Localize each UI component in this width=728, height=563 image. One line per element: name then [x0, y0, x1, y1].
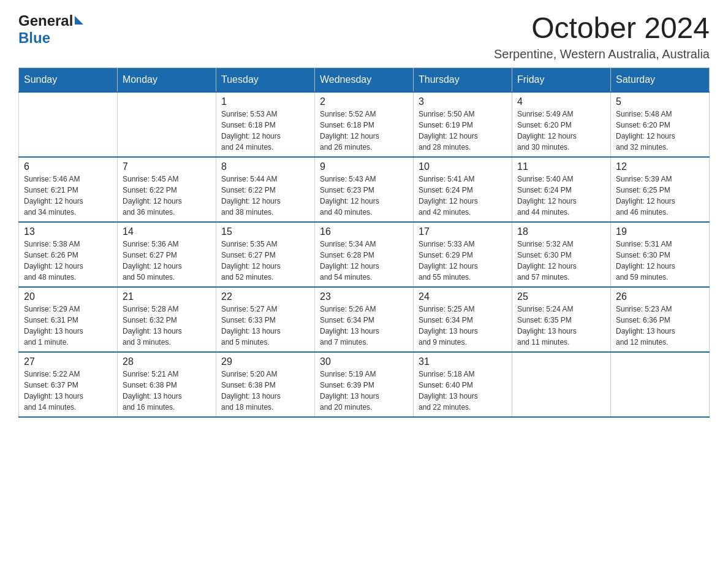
day-number: 2	[320, 96, 408, 107]
logo: General Blue	[18, 12, 83, 47]
day-number: 27	[24, 356, 112, 367]
calendar-table: SundayMondayTuesdayWednesdayThursdayFrid…	[18, 67, 710, 418]
calendar-cell: 25Sunrise: 5:24 AM Sunset: 6:35 PM Dayli…	[512, 287, 611, 352]
day-info: Sunrise: 5:22 AM Sunset: 6:37 PM Dayligh…	[24, 369, 112, 413]
day-info: Sunrise: 5:46 AM Sunset: 6:21 PM Dayligh…	[24, 174, 112, 218]
calendar-cell: 5Sunrise: 5:48 AM Sunset: 6:20 PM Daylig…	[611, 92, 710, 157]
day-number: 28	[123, 356, 211, 367]
day-number: 30	[320, 356, 408, 367]
day-number: 3	[419, 96, 507, 107]
day-info: Sunrise: 5:43 AM Sunset: 6:23 PM Dayligh…	[320, 174, 408, 218]
day-number: 23	[320, 291, 408, 302]
calendar-cell: 2Sunrise: 5:52 AM Sunset: 6:18 PM Daylig…	[315, 92, 414, 157]
day-info: Sunrise: 5:19 AM Sunset: 6:39 PM Dayligh…	[320, 369, 408, 413]
day-info: Sunrise: 5:45 AM Sunset: 6:22 PM Dayligh…	[123, 174, 211, 218]
calendar-day-header: Thursday	[414, 67, 512, 92]
day-number: 8	[221, 161, 309, 172]
day-info: Sunrise: 5:48 AM Sunset: 6:20 PM Dayligh…	[616, 109, 704, 153]
day-info: Sunrise: 5:49 AM Sunset: 6:20 PM Dayligh…	[517, 109, 605, 153]
calendar-day-header: Tuesday	[216, 67, 315, 92]
day-number: 5	[616, 96, 704, 107]
day-info: Sunrise: 5:23 AM Sunset: 6:36 PM Dayligh…	[616, 304, 704, 348]
calendar-cell: 8Sunrise: 5:44 AM Sunset: 6:22 PM Daylig…	[216, 157, 315, 222]
calendar-cell	[19, 92, 118, 157]
day-number: 18	[517, 226, 605, 237]
logo-line1: General	[18, 12, 83, 29]
month-title: October 2024	[494, 12, 710, 45]
calendar-cell: 13Sunrise: 5:38 AM Sunset: 6:26 PM Dayli…	[19, 222, 118, 287]
calendar-week-row: 13Sunrise: 5:38 AM Sunset: 6:26 PM Dayli…	[19, 222, 710, 287]
day-info: Sunrise: 5:32 AM Sunset: 6:30 PM Dayligh…	[517, 239, 605, 283]
calendar-cell: 16Sunrise: 5:34 AM Sunset: 6:28 PM Dayli…	[315, 222, 414, 287]
day-number: 11	[517, 161, 605, 172]
day-info: Sunrise: 5:28 AM Sunset: 6:32 PM Dayligh…	[123, 304, 211, 348]
calendar-cell: 3Sunrise: 5:50 AM Sunset: 6:19 PM Daylig…	[414, 92, 512, 157]
calendar-week-row: 20Sunrise: 5:29 AM Sunset: 6:31 PM Dayli…	[19, 287, 710, 352]
logo-triangle-icon	[75, 16, 83, 25]
day-info: Sunrise: 5:21 AM Sunset: 6:38 PM Dayligh…	[123, 369, 211, 413]
day-info: Sunrise: 5:24 AM Sunset: 6:35 PM Dayligh…	[517, 304, 605, 348]
calendar-cell: 15Sunrise: 5:35 AM Sunset: 6:27 PM Dayli…	[216, 222, 315, 287]
page-container: General Blue October 2024 Serpentine, We…	[18, 12, 710, 418]
day-info: Sunrise: 5:27 AM Sunset: 6:33 PM Dayligh…	[221, 304, 309, 348]
calendar-cell: 11Sunrise: 5:40 AM Sunset: 6:24 PM Dayli…	[512, 157, 611, 222]
calendar-day-header: Wednesday	[315, 67, 414, 92]
calendar-week-row: 1Sunrise: 5:53 AM Sunset: 6:18 PM Daylig…	[19, 92, 710, 157]
calendar-day-header: Friday	[512, 67, 611, 92]
logo-general: General	[18, 12, 73, 29]
day-number: 15	[221, 226, 309, 237]
logo-blue: Blue	[18, 29, 50, 46]
calendar-day-header: Monday	[118, 67, 216, 92]
day-number: 1	[221, 96, 309, 107]
calendar-day-header: Saturday	[611, 67, 710, 92]
day-number: 20	[24, 291, 112, 302]
day-info: Sunrise: 5:25 AM Sunset: 6:34 PM Dayligh…	[419, 304, 507, 348]
day-info: Sunrise: 5:31 AM Sunset: 6:30 PM Dayligh…	[616, 239, 704, 283]
location-title: Serpentine, Western Australia, Australia	[494, 47, 710, 61]
calendar-cell: 31Sunrise: 5:18 AM Sunset: 6:40 PM Dayli…	[414, 352, 512, 417]
day-number: 6	[24, 161, 112, 172]
day-number: 24	[419, 291, 507, 302]
calendar-cell: 24Sunrise: 5:25 AM Sunset: 6:34 PM Dayli…	[414, 287, 512, 352]
day-number: 7	[123, 161, 211, 172]
day-number: 16	[320, 226, 408, 237]
calendar-cell: 30Sunrise: 5:19 AM Sunset: 6:39 PM Dayli…	[315, 352, 414, 417]
calendar-cell: 10Sunrise: 5:41 AM Sunset: 6:24 PM Dayli…	[414, 157, 512, 222]
day-info: Sunrise: 5:29 AM Sunset: 6:31 PM Dayligh…	[24, 304, 112, 348]
header: General Blue October 2024 Serpentine, We…	[18, 12, 710, 61]
day-info: Sunrise: 5:38 AM Sunset: 6:26 PM Dayligh…	[24, 239, 112, 283]
day-info: Sunrise: 5:18 AM Sunset: 6:40 PM Dayligh…	[419, 369, 507, 413]
calendar-cell	[118, 92, 216, 157]
day-info: Sunrise: 5:34 AM Sunset: 6:28 PM Dayligh…	[320, 239, 408, 283]
calendar-cell: 20Sunrise: 5:29 AM Sunset: 6:31 PM Dayli…	[19, 287, 118, 352]
calendar-cell: 27Sunrise: 5:22 AM Sunset: 6:37 PM Dayli…	[19, 352, 118, 417]
day-number: 14	[123, 226, 211, 237]
day-number: 25	[517, 291, 605, 302]
day-info: Sunrise: 5:50 AM Sunset: 6:19 PM Dayligh…	[419, 109, 507, 153]
day-info: Sunrise: 5:44 AM Sunset: 6:22 PM Dayligh…	[221, 174, 309, 218]
calendar-cell: 7Sunrise: 5:45 AM Sunset: 6:22 PM Daylig…	[118, 157, 216, 222]
day-number: 4	[517, 96, 605, 107]
day-number: 12	[616, 161, 704, 172]
day-info: Sunrise: 5:36 AM Sunset: 6:27 PM Dayligh…	[123, 239, 211, 283]
calendar-cell: 17Sunrise: 5:33 AM Sunset: 6:29 PM Dayli…	[414, 222, 512, 287]
calendar-cell	[611, 352, 710, 417]
calendar-cell: 21Sunrise: 5:28 AM Sunset: 6:32 PM Dayli…	[118, 287, 216, 352]
day-info: Sunrise: 5:33 AM Sunset: 6:29 PM Dayligh…	[419, 239, 507, 283]
calendar-cell: 22Sunrise: 5:27 AM Sunset: 6:33 PM Dayli…	[216, 287, 315, 352]
calendar-cell: 9Sunrise: 5:43 AM Sunset: 6:23 PM Daylig…	[315, 157, 414, 222]
calendar-cell: 18Sunrise: 5:32 AM Sunset: 6:30 PM Dayli…	[512, 222, 611, 287]
day-info: Sunrise: 5:52 AM Sunset: 6:18 PM Dayligh…	[320, 109, 408, 153]
calendar-cell: 19Sunrise: 5:31 AM Sunset: 6:30 PM Dayli…	[611, 222, 710, 287]
day-number: 22	[221, 291, 309, 302]
calendar-cell: 12Sunrise: 5:39 AM Sunset: 6:25 PM Dayli…	[611, 157, 710, 222]
day-info: Sunrise: 5:26 AM Sunset: 6:34 PM Dayligh…	[320, 304, 408, 348]
day-number: 19	[616, 226, 704, 237]
day-number: 9	[320, 161, 408, 172]
calendar-cell: 28Sunrise: 5:21 AM Sunset: 6:38 PM Dayli…	[118, 352, 216, 417]
logo-line2: Blue	[18, 29, 50, 47]
day-info: Sunrise: 5:35 AM Sunset: 6:27 PM Dayligh…	[221, 239, 309, 283]
calendar-cell: 1Sunrise: 5:53 AM Sunset: 6:18 PM Daylig…	[216, 92, 315, 157]
calendar-week-row: 27Sunrise: 5:22 AM Sunset: 6:37 PM Dayli…	[19, 352, 710, 417]
day-info: Sunrise: 5:20 AM Sunset: 6:38 PM Dayligh…	[221, 369, 309, 413]
